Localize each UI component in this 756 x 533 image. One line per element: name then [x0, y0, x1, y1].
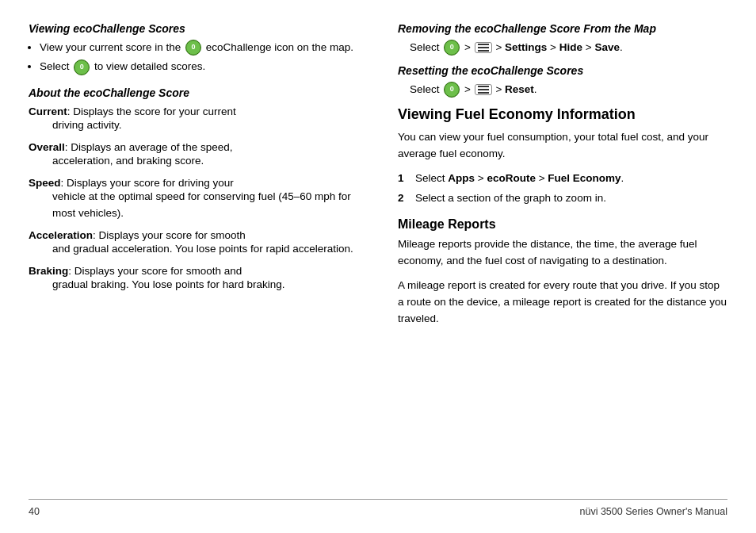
- viewing-bullets: View your current score in the ecoChalle…: [40, 40, 358, 75]
- ecoroute-label: ecoRoute: [487, 172, 536, 184]
- menu-line-2: [478, 47, 489, 48]
- def-current-colon: Displays the score for your current: [73, 105, 236, 117]
- step-2-text: Select a section of the graph to zoom in…: [415, 190, 606, 206]
- save-label: Save: [594, 41, 620, 53]
- step-2-num: 2: [398, 190, 415, 206]
- mileage-reports-title: Mileage Reports: [398, 217, 727, 232]
- mileage-paragraph-2: A mileage report is created for every ro…: [398, 278, 727, 328]
- step-1-num: 1: [398, 171, 415, 186]
- def-speed-term: Speed: [29, 177, 61, 189]
- hide-label: Hide: [559, 41, 582, 53]
- step-2: 2 Select a section of the graph to zoom …: [398, 190, 727, 206]
- menu-icon-remove: [475, 42, 492, 53]
- settings-label: Settings: [505, 41, 547, 53]
- right-column: Removing the ecoChallenge Score From the…: [390, 22, 727, 488]
- page-number: 40: [29, 506, 40, 517]
- step-1-text: Select Apps > ecoRoute > Fuel Economy.: [415, 171, 624, 186]
- step-1: 1 Select Apps > ecoRoute > Fuel Economy.: [398, 171, 727, 186]
- menu-line-1: [478, 44, 489, 45]
- menu-line-r3: [478, 92, 489, 94]
- def-accel-desc: and gradual acceleration. You lose point…: [52, 241, 358, 257]
- def-overall: Overall: Displays an average of the spee…: [29, 141, 358, 169]
- fuel-economy-paragraph: You can view your fuel consumption, your…: [398, 129, 727, 163]
- def-current: Current: Displays the score for your cur…: [29, 105, 358, 133]
- def-overall-term: Overall: [29, 141, 65, 153]
- def-braking: Braking: Displays your score for smooth …: [29, 265, 358, 293]
- def-current-term: Current: [29, 105, 67, 117]
- eco-icon-reset: [444, 82, 460, 98]
- fuel-steps: 1 Select Apps > ecoRoute > Fuel Economy.…: [398, 171, 727, 207]
- page-container: Viewing ecoChallenge Scores View your cu…: [0, 0, 756, 533]
- def-overall-text: Displays an average of the speed,: [71, 141, 232, 153]
- menu-icon-reset: [475, 84, 492, 95]
- eco-icon-remove: [444, 40, 460, 56]
- menu-lines: [478, 44, 489, 52]
- bullet-1: View your current score in the ecoChalle…: [40, 40, 358, 56]
- def-speed: Speed: Displays your score for driving y…: [29, 177, 358, 221]
- page-footer: 40 nüvi 3500 Series Owner's Manual: [29, 499, 727, 517]
- resetting-instruction: Select > > Reset.: [398, 82, 727, 98]
- content-area: Viewing ecoChallenge Scores View your cu…: [29, 22, 727, 488]
- reset-label: Reset: [505, 83, 534, 95]
- menu-line-r2: [478, 89, 489, 90]
- resetting-scores-title: Resetting the ecoChallenge Scores: [398, 64, 727, 77]
- mileage-paragraph-1: Mileage reports provide the distance, th…: [398, 236, 727, 270]
- def-speed-text: Displays your score for driving your: [67, 177, 234, 189]
- manual-title: nüvi 3500 Series Owner's Manual: [579, 506, 727, 517]
- def-accel-text: Displays your score for smooth: [99, 229, 246, 241]
- def-overall-desc: acceleration, and braking score.: [52, 153, 358, 169]
- apps-label: Apps: [448, 172, 475, 184]
- menu-line-r1: [478, 86, 489, 87]
- def-braking-text: Displays your score for smooth and: [74, 265, 242, 277]
- def-speed-desc: vehicle at the optimal speed for conserv…: [52, 189, 358, 221]
- def-braking-term: Braking: [29, 265, 68, 277]
- def-braking-desc: gradual braking. You lose points for har…: [52, 277, 358, 293]
- def-current-desc: driving activity.: [52, 117, 358, 133]
- removing-score-title: Removing the ecoChallenge Score From the…: [398, 22, 727, 35]
- def-accel-term: Acceleration: [29, 229, 93, 241]
- bullet-2: Select to view detailed scores.: [40, 59, 358, 75]
- eco-icon-2: [74, 59, 90, 75]
- def-acceleration: Acceleration: Displays your score for sm…: [29, 229, 358, 257]
- menu-lines-reset: [478, 86, 489, 94]
- viewing-fuel-title: Viewing Fuel Economy Information: [398, 106, 727, 123]
- left-column: Viewing ecoChallenge Scores View your cu…: [29, 22, 366, 488]
- section-viewing-ecochallenge-title: Viewing ecoChallenge Scores: [29, 22, 358, 35]
- removing-instruction: Select > > Settings > Hide > Save.: [398, 40, 727, 56]
- fuel-economy-label: Fuel Economy: [548, 172, 620, 184]
- about-ecochallenge-title: About the ecoChallenge Score: [29, 86, 358, 99]
- eco-icon-1: [185, 40, 201, 56]
- menu-line-3: [478, 50, 489, 52]
